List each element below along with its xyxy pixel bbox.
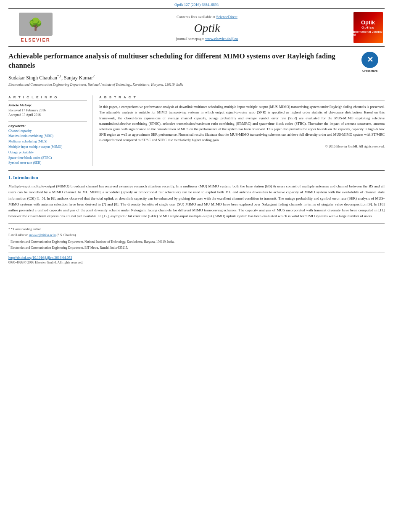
fn2-sup: 2	[8, 245, 10, 248]
optik-badge: Optik Optics International Journal of	[353, 12, 383, 43]
fn2-text: Electronics and Communication Engineerin…	[11, 246, 128, 250]
introduction-section: 1. Introduction Multiple-input multiple-…	[8, 171, 385, 223]
affiliation-line: Electronics and Communication Engineerin…	[8, 83, 385, 87]
email-label: E-mail address:	[8, 233, 29, 237]
fn1-sup: 1	[8, 239, 10, 242]
homepage-line: journal homepage: www.elsevier.de/ijleo	[176, 37, 238, 41]
journal-citation-link[interactable]: Optik 127 (2016) 6884–6893	[174, 3, 219, 7]
keyword-4: Multiple-input multiple-output (MIMO)	[8, 145, 87, 150]
paper-title-section: Achievable performance analysis of multi…	[8, 47, 385, 91]
intro-number: 1.	[8, 175, 12, 180]
footnote-2: 2 Electronics and Communication Engineer…	[8, 245, 385, 250]
email-link[interactable]: sudakar@nitkkr.ac.in	[29, 233, 56, 237]
elsevier-logo: 🌳 ELSEVIER	[19, 13, 53, 42]
history-heading: Article history:	[8, 103, 87, 107]
author2-sup: 2	[93, 74, 95, 78]
crossmark-badge[interactable]: ✕ CrossMark	[355, 52, 385, 73]
journal-title-area: Contents lists available at ScienceDirec…	[67, 12, 347, 43]
badge-sub: Optics	[361, 26, 375, 29]
badge-detail: International Journal of	[353, 30, 383, 36]
keywords-heading: Keywords:	[8, 124, 87, 128]
author2-name: , Sanjay Kumar	[61, 75, 93, 81]
abstract-heading: A B S T R A C T	[99, 95, 385, 101]
bottom-links-section: http://dx.doi.org/10.1016/j.ijleo.2016.0…	[8, 253, 385, 266]
homepage-url[interactable]: www.elsevier.de/ijleo	[205, 37, 238, 41]
keyword-7: Symbol error rate (SER)	[8, 161, 87, 166]
author1-sup: *,1	[57, 74, 61, 78]
keyword-6: Space-time block codes (STBC)	[8, 155, 87, 161]
author1-name: Sudakar Singh Chauhan	[8, 75, 57, 81]
abstract-column: A B S T R A C T In this paper, a compreh…	[99, 95, 385, 166]
keyword-1: Channel capacity	[8, 129, 87, 134]
science-direct-link[interactable]: ScienceDirect	[216, 15, 237, 19]
keyword-5: Outage probability	[8, 150, 87, 155]
intro-paragraph: Multiple-input multiple-output (MIMO) br…	[8, 183, 385, 219]
paper-title: Achievable performance analysis of multi…	[8, 52, 385, 70]
journal-badge-area: Optik Optics International Journal of	[347, 12, 385, 43]
copyright-line: © 2016 Elsevier GmbH. All rights reserve…	[99, 145, 385, 148]
received-date: Received 17 February 2016	[8, 108, 87, 113]
keyword-3: Multiuser scheduling (MUS)	[8, 139, 87, 145]
article-history: Article history: Received 17 February 20…	[8, 103, 87, 117]
paper-title-text: Achievable performance analysis of multi…	[8, 52, 335, 69]
intro-heading: 1. Introduction	[8, 175, 385, 180]
elsevier-brand-text: ELSEVIER	[21, 37, 50, 42]
journal-name: Optik	[194, 21, 220, 35]
doi-link[interactable]: http://dx.doi.org/10.1016/j.ijleo.2016.0…	[8, 255, 385, 260]
elsevier-tree-image: 🌳	[19, 13, 53, 36]
keywords-section: Keywords: Channel capacity Maximal ratio…	[8, 124, 87, 166]
issn-line: 0030-4026/© 2016 Elsevier GmbH. All righ…	[8, 261, 385, 264]
authors-line: Sudakar Singh Chauhan*,1, Sanjay Kumar2	[8, 74, 385, 81]
fn1-text: Electronics and Communication Engineerin…	[11, 240, 174, 243]
article-info-abstract-section: A R T I C L E I N F O Article history: R…	[8, 91, 385, 171]
footnote-1: 1 Electronics and Communication Engineer…	[8, 239, 385, 244]
email-suffix: (S.S. Chauhan).	[56, 233, 76, 237]
crossmark-label: CrossMark	[362, 69, 377, 73]
publisher-logo-area: 🌳 ELSEVIER	[8, 12, 67, 43]
article-info-column: A R T I C L E I N F O Article history: R…	[8, 95, 92, 166]
homepage-text: journal homepage:	[176, 37, 205, 41]
footnote-email: E-mail address: sudakar@nitkkr.ac.in (S.…	[8, 233, 385, 237]
badge-title: Optik	[361, 19, 375, 26]
crossmark-circle: ✕	[361, 52, 378, 68]
footnotes-section: * * Corresponding author. E-mail address…	[8, 223, 385, 253]
keyword-2: Maximal ratio combining (MRC)	[8, 134, 87, 139]
corresponding-author-label: * Corresponding author.	[11, 227, 42, 231]
journal-header: 🌳 ELSEVIER Contents lists available at S…	[8, 8, 385, 47]
contents-text: Contents lists available at	[177, 15, 216, 19]
star-icon: *	[8, 227, 10, 231]
article-info-heading: A R T I C L E I N F O	[8, 95, 87, 101]
abstract-text: In this paper, a comprehensive performan…	[99, 104, 385, 143]
footnote-star: * * Corresponding author.	[8, 227, 385, 232]
journal-citation: Optik 127 (2016) 6884–6893	[0, 0, 393, 8]
science-direct-line: Contents lists available at ScienceDirec…	[177, 15, 237, 19]
intro-title: Introduction	[13, 175, 38, 180]
accepted-date: Accepted 13 April 2016	[8, 113, 87, 117]
